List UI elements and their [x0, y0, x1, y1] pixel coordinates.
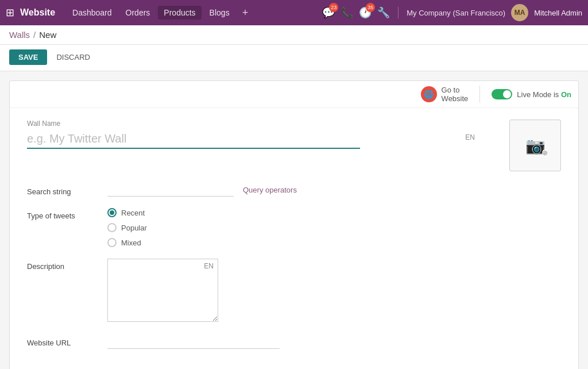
live-mode-status: On [561, 90, 571, 99]
breadcrumb-current: New [39, 30, 56, 40]
camera-plus-icon: ⊕ [542, 149, 548, 156]
nav-separator [398, 7, 399, 18]
wrench-icon-button[interactable]: 🔧 [377, 6, 390, 19]
app-grid-icon[interactable]: ⊞ [6, 6, 14, 19]
wrench-icon: 🔧 [377, 7, 390, 18]
user-name: Mitchell Admin [534, 9, 582, 17]
clock-icon-button[interactable]: 🕐 35 [359, 6, 372, 19]
wall-name-input[interactable] [27, 130, 360, 149]
website-url-row: Website URL [27, 335, 561, 349]
live-mode-control: Live Mode is On [492, 89, 571, 99]
live-mode-toggle[interactable] [492, 89, 512, 99]
tweet-type-popular[interactable]: Popular [107, 223, 147, 232]
live-mode-label: Live Mode is On [517, 90, 571, 99]
phone-icon-button[interactable]: 📞 [341, 6, 353, 19]
description-row: Description EN [27, 259, 561, 324]
nav-orders[interactable]: Orders [120, 6, 156, 20]
nav-products[interactable]: Products [158, 6, 201, 20]
save-button[interactable]: SAVE [9, 49, 47, 65]
go-to-website-label: Go to Website [442, 86, 469, 103]
wall-name-lang-badge: EN [465, 133, 475, 141]
tweet-type-popular-label: Popular [121, 224, 147, 232]
action-bar: SAVE DISCARD [0, 45, 588, 71]
radio-mixed-circle [107, 238, 117, 247]
form-body: Wall Name EN 📷 ⊕ Search string Q [10, 108, 578, 369]
main-area: 🌐 Go to Website Live Mode is On Wall Nam… [0, 71, 588, 369]
wall-name-label: Wall Name [27, 120, 498, 128]
add-menu-button[interactable]: + [238, 7, 253, 19]
radio-recent-dot [110, 210, 114, 215]
phone-icon: 📞 [341, 7, 353, 18]
brand-name[interactable]: Website [20, 7, 55, 18]
image-upload-placeholder[interactable]: 📷 ⊕ [509, 120, 561, 171]
globe-icon: 🌐 [421, 86, 437, 102]
camera-icon: 📷 ⊕ [525, 136, 546, 155]
tweet-type-radio-group: Recent Popular Mixed [107, 208, 147, 247]
tweet-type-recent[interactable]: Recent [107, 208, 147, 217]
top-navigation: ⊞ Website Dashboard Orders Products Blog… [0, 0, 588, 25]
tweet-type-mixed-label: Mixed [121, 239, 141, 247]
radio-popular-circle [107, 223, 117, 232]
description-lang-badge: EN [204, 262, 214, 270]
nav-blogs[interactable]: Blogs [204, 6, 235, 20]
wall-name-field: Wall Name EN [27, 120, 498, 149]
description-wrapper: EN [107, 259, 218, 324]
form-card: 🌐 Go to Website Live Mode is On Wall Nam… [9, 80, 579, 369]
topnav-icons: 💬 23 📞 🕐 35 🔧 My Company (San Francisco)… [322, 4, 582, 21]
description-label: Description [27, 259, 107, 271]
discard-button[interactable]: DISCARD [52, 49, 95, 65]
query-operators-link[interactable]: Query operators [243, 186, 297, 194]
breadcrumb: Walls / New [0, 25, 588, 45]
type-of-tweets-label: Type of tweets [27, 208, 107, 220]
breadcrumb-parent[interactable]: Walls [9, 30, 30, 40]
search-string-input[interactable] [107, 183, 234, 197]
website-url-label: Website URL [27, 335, 107, 347]
avatar[interactable]: MA [511, 4, 528, 21]
radio-recent-circle [107, 208, 117, 217]
company-name[interactable]: My Company (San Francisco) [407, 9, 505, 17]
description-textarea[interactable] [107, 259, 218, 322]
wall-name-wrapper: EN [27, 130, 498, 149]
wall-name-row: Wall Name EN 📷 ⊕ [27, 120, 561, 171]
type-of-tweets-row: Type of tweets Recent Popular Mix [27, 208, 561, 247]
clock-badge: 35 [366, 3, 375, 12]
nav-dashboard[interactable]: Dashboard [67, 6, 118, 20]
chat-icon-button[interactable]: 💬 23 [322, 6, 335, 19]
tweet-type-recent-label: Recent [121, 209, 145, 217]
chat-badge: 23 [329, 3, 338, 12]
website-header-row: 🌐 Go to Website Live Mode is On [10, 81, 578, 108]
tweet-type-mixed[interactable]: Mixed [107, 238, 147, 247]
website-url-input[interactable] [107, 335, 280, 349]
toggle-knob [503, 90, 511, 98]
search-string-row: Search string Query operators [27, 183, 561, 197]
go-to-website-button[interactable]: 🌐 Go to Website [421, 86, 481, 103]
breadcrumb-separator: / [33, 30, 36, 40]
search-string-label: Search string [27, 184, 107, 196]
